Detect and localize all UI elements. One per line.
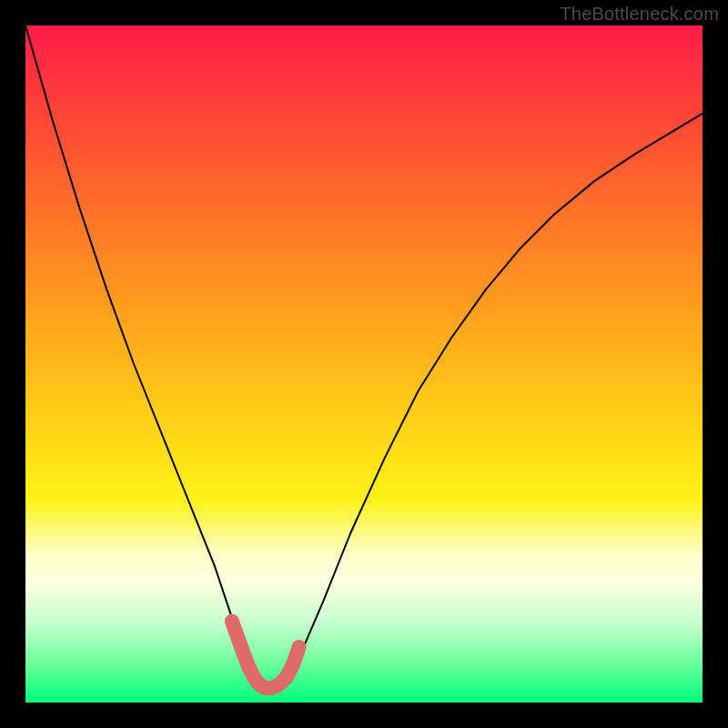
watermark-text: TheBottleneck.com bbox=[560, 4, 719, 25]
plot-area bbox=[25, 25, 703, 703]
series-bottleneck-curve bbox=[25, 25, 703, 689]
series-layer bbox=[25, 25, 703, 689]
chart-frame: TheBottleneck.com bbox=[0, 0, 728, 728]
chart-svg bbox=[25, 25, 703, 703]
series-highlight-near-minimum bbox=[232, 622, 299, 689]
